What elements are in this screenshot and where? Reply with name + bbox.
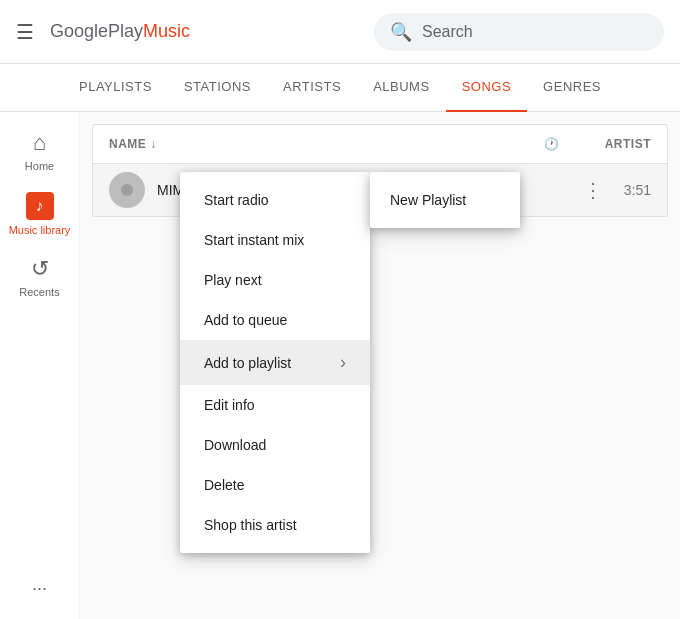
logo-play-text: Play	[108, 21, 143, 42]
delete-label: Delete	[204, 477, 244, 493]
menu-item-edit-info[interactable]: Edit info	[180, 385, 370, 425]
logo-google-text: Google	[50, 21, 108, 42]
music-library-icon: ♪	[26, 192, 54, 220]
new-playlist-label: New Playlist	[390, 192, 466, 208]
chevron-right-icon: ›	[340, 352, 346, 373]
shop-artist-label: Shop this artist	[204, 517, 297, 533]
sidebar: ⌂ Home ♪ Music library ↺ Recents ···	[0, 112, 80, 619]
tab-playlists[interactable]: PLAYLISTS	[63, 64, 168, 112]
table-header: NAME ↓ 🕐 ARTIST	[93, 125, 667, 164]
column-name: NAME ↓	[109, 137, 544, 151]
hamburger-menu-icon[interactable]: ☰	[16, 20, 34, 44]
add-to-playlist-label: Add to playlist	[204, 355, 291, 371]
sidebar-item-recents[interactable]: ↺ Recents	[0, 246, 79, 308]
search-icon: 🔍	[390, 21, 412, 43]
menu-item-shop-artist[interactable]: Shop this artist	[180, 505, 370, 545]
search-placeholder: Search	[422, 23, 473, 41]
sidebar-item-home[interactable]: ⌂ Home	[0, 120, 79, 182]
song-duration: 3:51	[611, 182, 651, 198]
main-layout: ⌂ Home ♪ Music library ↺ Recents ··· NAM…	[0, 112, 680, 619]
song-thumbnail	[109, 172, 145, 208]
sub-menu-playlist: New Playlist	[370, 172, 520, 228]
column-artist: ARTIST	[571, 137, 651, 151]
tab-stations[interactable]: STATIONS	[168, 64, 267, 112]
sidebar-item-music-library[interactable]: ♪ Music library	[0, 182, 79, 246]
play-next-label: Play next	[204, 272, 262, 288]
edit-info-label: Edit info	[204, 397, 255, 413]
tab-albums[interactable]: ALBUMS	[357, 64, 445, 112]
start-radio-label: Start radio	[204, 192, 269, 208]
content-area: NAME ↓ 🕐 ARTIST MIMS - Like This_15650 ⋮…	[80, 112, 680, 619]
menu-item-start-radio[interactable]: Start radio	[180, 180, 370, 220]
tab-artists[interactable]: ARTISTS	[267, 64, 357, 112]
add-to-queue-label: Add to queue	[204, 312, 287, 328]
column-duration: 🕐	[544, 137, 560, 151]
search-bar[interactable]: 🔍 Search	[374, 13, 664, 51]
menu-item-add-to-playlist[interactable]: Add to playlist ›	[180, 340, 370, 385]
tab-genres[interactable]: GENRES	[527, 64, 617, 112]
sidebar-item-recents-label: Recents	[19, 286, 59, 298]
more-dots-icon: ···	[32, 578, 47, 599]
download-label: Download	[204, 437, 266, 453]
context-menu: Start radio Start instant mix Play next …	[180, 172, 370, 553]
home-icon: ⌂	[33, 130, 46, 156]
sidebar-more-button[interactable]: ···	[0, 566, 79, 611]
tab-songs[interactable]: SONGS	[446, 64, 527, 112]
sub-menu-item-new-playlist[interactable]: New Playlist	[370, 180, 520, 220]
start-instant-mix-label: Start instant mix	[204, 232, 304, 248]
clock-icon: 🕐	[544, 137, 560, 151]
menu-item-download[interactable]: Download	[180, 425, 370, 465]
nav-tabs: PLAYLISTS STATIONS ARTISTS ALBUMS SONGS …	[0, 64, 680, 112]
sidebar-item-home-label: Home	[25, 160, 54, 172]
menu-item-add-to-queue[interactable]: Add to queue	[180, 300, 370, 340]
sort-arrow-icon[interactable]: ↓	[150, 137, 157, 151]
app-logo: Google Play Music	[50, 21, 190, 42]
app-header: ☰ Google Play Music 🔍 Search	[0, 0, 680, 64]
music-note-icon: ♪	[36, 197, 44, 215]
logo-music-text: Music	[143, 21, 190, 42]
sidebar-item-music-label: Music library	[9, 224, 71, 236]
song-thumb-inner	[121, 184, 133, 196]
recents-icon: ↺	[31, 256, 49, 282]
name-header-label: NAME	[109, 137, 146, 151]
menu-item-start-instant-mix[interactable]: Start instant mix	[180, 220, 370, 260]
song-options-button[interactable]: ⋮	[575, 174, 611, 206]
menu-item-delete[interactable]: Delete	[180, 465, 370, 505]
menu-item-play-next[interactable]: Play next	[180, 260, 370, 300]
